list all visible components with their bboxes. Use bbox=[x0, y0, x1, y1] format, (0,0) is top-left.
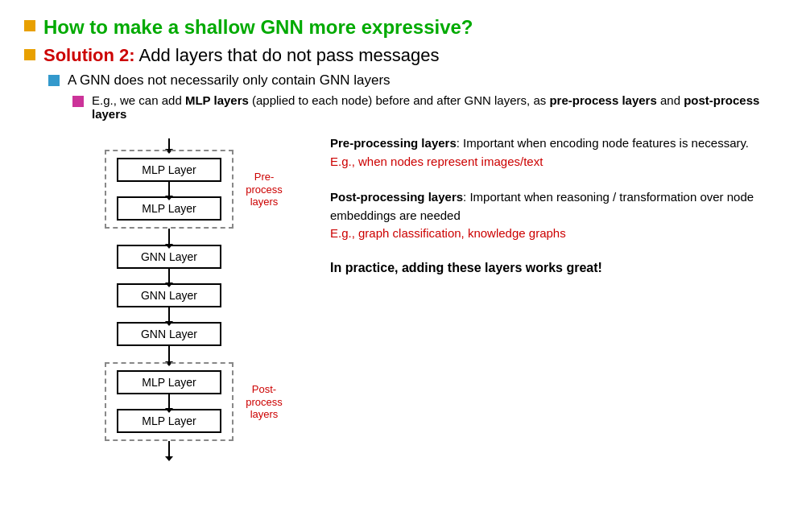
mlp-layer-3: MLP Layer bbox=[117, 370, 221, 394]
pre-processing-para: Pre-processing layers: Important when en… bbox=[330, 134, 786, 171]
post-processing-para: Post-processing layers: Important when r… bbox=[330, 188, 786, 243]
pre-process-bold: pre-process layers bbox=[549, 93, 656, 107]
solution-text: Add layers that do not pass messages bbox=[135, 45, 440, 65]
arrow-pre-1 bbox=[168, 182, 170, 196]
pre-processing-desc: Pre-processing layers: Important when en… bbox=[330, 134, 786, 171]
diagram: MLP Layer MLP Layer Pre-processlayers GN… bbox=[32, 130, 306, 457]
pre-process-label: Pre-processlayers bbox=[236, 171, 292, 208]
post-processing-title: Post-processing layers bbox=[330, 190, 463, 204]
diagram-inner: MLP Layer MLP Layer Pre-processlayers GN… bbox=[32, 138, 306, 457]
pre-processing-text1: : Important when encoding node features … bbox=[457, 136, 749, 150]
arrow-after-pre bbox=[168, 229, 170, 245]
heading1-block: How to make a shallow GNN more expressiv… bbox=[24, 16, 786, 39]
heading1: How to make a shallow GNN more expressiv… bbox=[43, 16, 473, 39]
solution-label: Solution 2: bbox=[43, 45, 135, 65]
post-process-group: MLP Layer MLP Layer Post-processlayers bbox=[32, 362, 306, 441]
arrow-gnn-2 bbox=[168, 307, 170, 322]
bullet-blue-block: A GNN does not necessarily only contain … bbox=[48, 72, 786, 89]
post-processing-example: E.g., graph classification, knowledge gr… bbox=[330, 226, 566, 240]
arrow-after-gnn bbox=[168, 346, 170, 362]
post-processing-desc: Post-processing layers: Important when r… bbox=[330, 188, 786, 243]
final-note: In practice, adding these layers works g… bbox=[330, 261, 786, 275]
pre-processing-title: Pre-processing layers bbox=[330, 136, 457, 150]
heading2: Solution 2: Add layers that do not pass … bbox=[43, 45, 440, 66]
mlp-layers-bold: MLP layers bbox=[185, 93, 249, 107]
pre-dashed-box: MLP Layer MLP Layer Pre-processlayers bbox=[105, 150, 233, 229]
content-area: MLP Layer MLP Layer Pre-processlayers GN… bbox=[32, 130, 786, 457]
descriptions: Pre-processing layers: Important when en… bbox=[306, 130, 786, 275]
top-arrow bbox=[168, 138, 170, 150]
bullet-blue-text: A GNN does not necessarily only contain … bbox=[68, 72, 391, 89]
arrow-post-1 bbox=[168, 394, 170, 409]
pre-processing-example: E.g., when nodes represent images/text bbox=[330, 155, 543, 168]
mlp-layer-1: MLP Layer bbox=[117, 158, 221, 182]
post-process-label: Post-processlayers bbox=[236, 383, 292, 421]
post-dashed-box: MLP Layer MLP Layer Post-processlayers bbox=[105, 362, 233, 441]
pre-process-group: MLP Layer MLP Layer Pre-processlayers bbox=[32, 150, 306, 229]
sub-bullet-text: E.g., we can add MLP layers (applied to … bbox=[92, 93, 786, 121]
heading2-block: Solution 2: Add layers that do not pass … bbox=[24, 45, 786, 66]
arrow-gnn-1 bbox=[168, 269, 170, 283]
bullet-square-4 bbox=[72, 96, 84, 107]
bullet-square-2 bbox=[24, 49, 35, 60]
sub-bullet-block: E.g., we can add MLP layers (applied to … bbox=[72, 93, 786, 121]
bullet-square-3 bbox=[48, 75, 60, 86]
bottom-arrow bbox=[168, 441, 170, 457]
bullet-square-1 bbox=[24, 20, 35, 31]
